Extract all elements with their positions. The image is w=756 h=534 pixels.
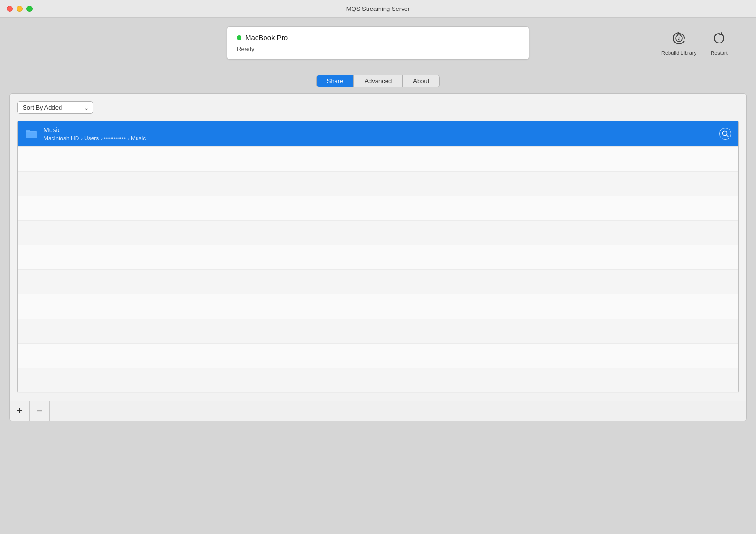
title-bar: MQS Streaming Server — [0, 0, 756, 18]
magnifier-button[interactable] — [719, 128, 731, 140]
rebuild-library-icon: ♫ — [670, 30, 687, 47]
library-item-name: Music — [43, 126, 719, 134]
add-button[interactable]: + — [10, 401, 30, 421]
empty-row-4 — [18, 221, 738, 245]
restart-button[interactable]: Restart — [711, 30, 728, 56]
empty-rows-container — [18, 147, 738, 393]
tabs-container: Share Advanced About — [316, 75, 440, 87]
tab-advanced[interactable]: Advanced — [354, 75, 403, 87]
library-item-music[interactable]: Music Macintosh HD › Users › •••••••••••… — [18, 121, 738, 147]
window-title: MQS Streaming Server — [346, 5, 410, 12]
empty-row-2 — [18, 172, 738, 196]
restart-label: Restart — [711, 50, 727, 56]
empty-row-1 — [18, 147, 738, 172]
close-button[interactable] — [7, 6, 13, 12]
empty-row-5 — [18, 245, 738, 270]
traffic-lights — [7, 6, 33, 12]
tab-about[interactable]: About — [403, 75, 439, 87]
remove-button[interactable]: − — [30, 401, 50, 421]
server-name: MacBook Pro — [245, 34, 288, 42]
server-status-box: MacBook Pro Ready — [227, 26, 529, 60]
sort-select-wrapper: Sort By Added Sort By Name Sort By Date … — [17, 101, 93, 114]
empty-row-8 — [18, 319, 738, 344]
rebuild-library-label: Rebuild Library — [662, 50, 696, 56]
panel-inner: Sort By Added Sort By Name Sort By Date … — [10, 94, 746, 401]
tab-share[interactable]: Share — [317, 75, 354, 87]
maximize-button[interactable] — [26, 6, 33, 12]
toolbar-buttons: ♫ Rebuild Library Restart — [662, 30, 728, 56]
empty-row-10 — [18, 368, 738, 393]
tabs-bar: Share Advanced About — [0, 68, 756, 87]
svg-line-3 — [727, 135, 729, 137]
main-panel: Sort By Added Sort By Name Sort By Date … — [9, 93, 747, 421]
restart-icon — [711, 30, 728, 47]
server-status-header: MacBook Pro — [237, 34, 519, 42]
empty-row-9 — [18, 344, 738, 368]
library-item-path: Macintosh HD › Users › ••••••••••• › Mus… — [43, 135, 719, 142]
empty-row-6 — [18, 270, 738, 294]
bottom-toolbar: + − — [10, 401, 746, 421]
status-ready-text: Ready — [237, 45, 519, 52]
status-dot — [237, 35, 241, 40]
empty-row-7 — [18, 294, 738, 319]
minimize-button[interactable] — [17, 6, 23, 12]
empty-row-3 — [18, 196, 738, 221]
sort-row: Sort By Added Sort By Name Sort By Date … — [17, 101, 739, 114]
sort-select[interactable]: Sort By Added Sort By Name Sort By Date — [17, 101, 93, 114]
svg-text:♫: ♫ — [677, 36, 681, 41]
rebuild-library-button[interactable]: ♫ Rebuild Library — [662, 30, 696, 56]
library-list: Music Macintosh HD › Users › •••••••••••… — [17, 121, 739, 393]
library-item-info: Music Macintosh HD › Users › •••••••••••… — [43, 126, 719, 142]
folder-icon — [25, 129, 38, 139]
top-area: MacBook Pro Ready ♫ Rebuild Library — [0, 18, 756, 68]
